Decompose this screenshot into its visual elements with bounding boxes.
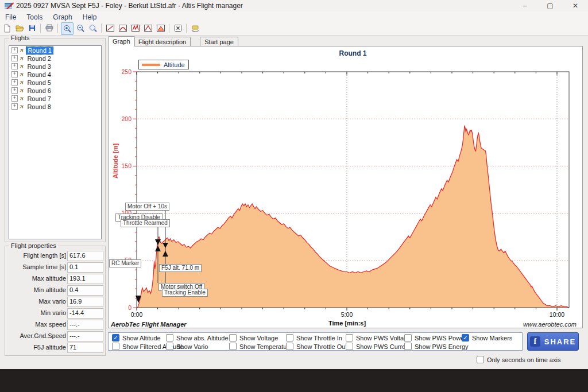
checkbox-show-altitude[interactable]: ✓Show Altitude (112, 334, 161, 341)
checkbox-show-throttle-out[interactable]: Show Throttle Out (286, 343, 347, 350)
checkbox-box[interactable] (166, 343, 173, 350)
tree-item-label[interactable]: Round 3 (26, 63, 52, 70)
checkbox-box[interactable] (404, 334, 412, 341)
tree-item-round-4[interactable]: +✈Round 4 (11, 71, 101, 78)
graph-line-icon[interactable] (105, 22, 116, 34)
minimize-button[interactable]: – (512, 0, 537, 11)
share-card-icon[interactable] (189, 22, 201, 34)
property-value-field[interactable]: ---.- (67, 331, 103, 341)
tree-item-round-2[interactable]: +✈Round 2 (11, 55, 101, 62)
tree-item-round-1[interactable]: +✈Round 1 (11, 46, 101, 54)
zoom-reset-icon[interactable] (87, 22, 99, 34)
checkbox-show-pws-power[interactable]: Show PWS Power (404, 334, 466, 341)
menu-file[interactable]: File (0, 12, 21, 22)
print-icon[interactable] (44, 22, 55, 34)
property-value-field[interactable]: 193.1 (67, 274, 103, 284)
checkbox-box[interactable] (286, 334, 293, 341)
checkbox-box[interactable] (166, 334, 173, 341)
checkbox-box[interactable]: ✓ (112, 334, 119, 341)
checkbox-box[interactable] (229, 343, 237, 350)
checkbox-show-abs-altitude[interactable]: Show abs. Altitude (166, 334, 229, 341)
checkbox-box[interactable] (346, 343, 353, 350)
checkbox-show-temperature[interactable]: Show Temperature (229, 343, 292, 350)
tree-item-label[interactable]: Round 4 (26, 71, 52, 78)
only-seconds-checkbox[interactable]: Only seconds on time axis (477, 356, 560, 363)
expand-plus-icon[interactable]: + (11, 71, 18, 77)
tree-item-label[interactable]: Round 2 (26, 55, 52, 62)
open-file-icon[interactable] (14, 22, 25, 34)
tree-item-label[interactable]: Round 6 (26, 87, 52, 94)
expand-plus-icon[interactable]: + (11, 55, 18, 61)
altitude-chart[interactable]: 0:005:0010:00050100150200250 Round 1 Alt… (109, 46, 582, 328)
checkbox-show-voltage[interactable]: Show Voltage (229, 334, 278, 341)
tab-flight-description[interactable]: Flight description (134, 37, 191, 46)
tree-item-round-5[interactable]: +✈Round 5 (11, 79, 101, 86)
property-value-field[interactable]: ---.- (67, 320, 103, 330)
tree-item-label[interactable]: Round 7 (26, 95, 52, 102)
checkbox-show-pws-voltage[interactable]: Show PWS Voltage (346, 334, 411, 341)
expand-plus-icon[interactable]: + (11, 79, 18, 86)
tree-item-round-7[interactable]: +✈Round 7 (11, 95, 101, 102)
property-value-field[interactable]: 16.9 (67, 297, 103, 307)
property-value-field[interactable]: -14.4 (67, 308, 103, 319)
graph-tab-panel: 0:005:0010:00050100150200250 Round 1 Alt… (108, 46, 583, 328)
property-value-field[interactable]: 0.1 (67, 262, 103, 273)
property-value-field[interactable]: 71 (67, 343, 103, 353)
tree-item-round-6[interactable]: +✈Round 6 (11, 87, 101, 94)
window-title: 2025 0927 MVSA Sept F5J - Foley - Berkut… (16, 2, 243, 10)
menu-bar: FileToolsGraphHelp (0, 11, 588, 22)
tree-item-round-8[interactable]: +✈Round 8 (11, 103, 101, 110)
expand-plus-icon[interactable]: + (11, 63, 18, 69)
checkbox-label: Show Markers (472, 335, 512, 341)
property-value-field[interactable]: 0.4 (67, 285, 103, 296)
checkbox-label: Show Throttle Out (296, 343, 347, 350)
glider-icon: ✈ (18, 55, 25, 63)
save-icon[interactable] (26, 22, 38, 34)
checkbox-show-pws-current[interactable]: Show PWS Current (346, 343, 411, 350)
tree-item-label[interactable]: Round 5 (26, 79, 52, 86)
checkbox-show-throttle-in[interactable]: Show Throttle In (286, 334, 342, 341)
tab-graph[interactable]: Graph (108, 36, 135, 46)
title-bar: 2025 0927 MVSA Sept F5J - Foley - Berkut… (0, 0, 588, 11)
checkbox-show-vario[interactable]: Show Vario (166, 343, 208, 350)
only-seconds-checkbox-box[interactable] (477, 356, 484, 363)
checkbox-box[interactable]: ✓ (462, 334, 469, 341)
facebook-icon: f (530, 336, 540, 347)
new-file-icon[interactable] (1, 22, 13, 34)
checkbox-box[interactable] (346, 334, 353, 341)
facebook-share-button[interactable]: f SHARE (527, 332, 579, 351)
chart-footer-brand: AerobTec Flight Manager (111, 321, 187, 328)
menu-graph[interactable]: Graph (48, 12, 77, 22)
zoom-in-icon[interactable] (61, 22, 74, 35)
zoom-out-icon[interactable] (75, 22, 86, 34)
tree-item-label[interactable]: Round 8 (26, 103, 52, 110)
property-value-field[interactable]: 617.6 (67, 251, 103, 261)
graph-curve-icon[interactable] (117, 22, 129, 34)
checkbox-box[interactable] (286, 343, 293, 350)
clear-graph-icon[interactable] (172, 22, 184, 34)
property-row: Flight length [s]617.6 (5, 251, 104, 261)
checkbox-show-pws-energy[interactable]: Show PWS Energy (404, 343, 469, 350)
checkbox-box[interactable] (404, 343, 412, 350)
chart-canvas[interactable]: 0:005:0010:00050100150200250 (109, 46, 582, 328)
menu-tools[interactable]: Tools (21, 12, 48, 22)
expand-plus-icon[interactable]: + (11, 95, 18, 102)
checkbox-label: Show PWS Voltage (356, 335, 411, 341)
checkbox-show-markers[interactable]: ✓Show Markers (462, 334, 512, 341)
tab-start-page[interactable]: Start page (200, 37, 238, 46)
checkbox-box[interactable] (229, 334, 237, 341)
maximize-button[interactable]: ▢ (537, 0, 563, 11)
expand-plus-icon[interactable]: + (11, 47, 18, 53)
graph-multi-peak-icon[interactable] (130, 22, 141, 34)
close-button[interactable]: ✕ (563, 0, 588, 11)
tree-item-label[interactable]: Round 1 (26, 46, 53, 55)
flights-tree[interactable]: +✈Round 1+✈Round 2+✈Round 3+✈Round 4+✈Ro… (9, 45, 102, 239)
menu-help[interactable]: Help (78, 12, 102, 22)
graph-peak-icon[interactable] (142, 22, 154, 34)
tree-item-round-3[interactable]: +✈Round 3 (11, 63, 101, 70)
checkbox-box[interactable] (112, 343, 119, 350)
expand-plus-icon[interactable]: + (11, 103, 18, 110)
graph-area-icon[interactable] (155, 22, 167, 34)
expand-plus-icon[interactable]: + (11, 87, 18, 94)
glider-icon: ✈ (18, 63, 25, 71)
